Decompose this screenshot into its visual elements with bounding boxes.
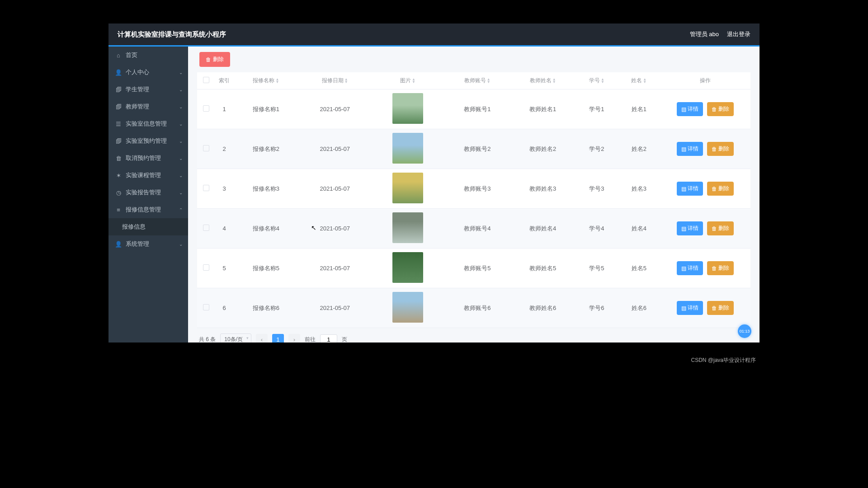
col-student-name[interactable]: 姓名▲▼ <box>618 72 660 89</box>
sidebar-item-8[interactable]: ◷ 实验报告管理 ⌄ <box>108 184 188 201</box>
cell-date: 2021-05-07 <box>299 169 371 209</box>
detail-button[interactable]: ▤详情 <box>677 102 703 116</box>
cell-date: 2021-05-07 <box>299 129 371 169</box>
cell-index: 6 <box>215 288 233 328</box>
row-checkbox[interactable] <box>203 145 209 151</box>
next-page-button[interactable]: › <box>288 334 300 343</box>
cell-student-name: 姓名4 <box>618 209 660 249</box>
doc-icon: ▤ <box>681 225 686 232</box>
sidebar-sub-item[interactable]: 报修信息 <box>108 218 188 235</box>
sidebar-item-5[interactable]: 🗐 实验室预约管理 ⌄ <box>108 132 188 150</box>
detail-button[interactable]: ▤详情 <box>677 261 703 275</box>
sidebar-item-label: 首页 <box>126 51 137 59</box>
menu-icon: ⌂ <box>115 52 122 59</box>
total-count: 共 6 条 <box>199 336 216 343</box>
detail-button[interactable]: ▤详情 <box>677 182 703 196</box>
doc-icon: ▤ <box>681 265 686 272</box>
sidebar-item-label: 取消预约管理 <box>126 154 161 162</box>
row-checkbox[interactable] <box>203 105 209 112</box>
bulk-delete-button[interactable]: 🗑 删除 <box>199 52 230 67</box>
cell-teacher-name: 教师姓名5 <box>510 249 576 288</box>
detail-button[interactable]: ▤详情 <box>677 301 703 315</box>
col-student-id[interactable]: 学号▲▼ <box>576 72 618 89</box>
sidebar-item-1[interactable]: 👤 个人中心 ⌄ <box>108 64 188 81</box>
detail-button[interactable]: ▤详情 <box>677 142 703 156</box>
cell-index: 5 <box>215 249 233 288</box>
sidebar-item-0[interactable]: ⌂ 首页 <box>108 47 188 64</box>
chevron-icon: ⌄ <box>179 139 183 144</box>
sidebar-item-7[interactable]: ✶ 实验课程管理 ⌄ <box>108 167 188 184</box>
thumbnail-image[interactable] <box>392 292 423 323</box>
menu-icon: 👤 <box>115 69 122 76</box>
page-size-select[interactable]: 10条/页 <box>220 333 251 343</box>
sidebar-item-2[interactable]: 🗐 学生管理 ⌄ <box>108 81 188 98</box>
sidebar-item-label: 实验课程管理 <box>126 171 161 179</box>
prev-page-button[interactable]: ‹ <box>256 334 268 343</box>
cell-student-name: 姓名2 <box>618 129 660 169</box>
thumbnail-image[interactable] <box>392 173 423 203</box>
pagination: 共 6 条 10条/页 ‹ 1 › 前往 页 <box>197 328 750 343</box>
timer-badge: 01:13 <box>738 324 751 338</box>
cell-teacher-name: 教师姓名6 <box>510 288 576 328</box>
col-date[interactable]: 报修日期▲▼ <box>299 72 371 89</box>
select-all-checkbox[interactable] <box>203 77 209 83</box>
sidebar-item-3[interactable]: 🗐 教师管理 ⌄ <box>108 98 188 115</box>
app-header: 计算机实验室排课与查询系统小程序 管理员 abo 退出登录 <box>108 23 760 45</box>
menu-icon: ☰ <box>115 121 122 127</box>
sidebar-item-label: 报修信息管理 <box>126 206 161 214</box>
row-delete-button[interactable]: 🗑删除 <box>707 301 734 315</box>
thumbnail-image[interactable] <box>392 252 423 283</box>
menu-icon: 🗐 <box>115 86 122 93</box>
detail-button[interactable]: ▤详情 <box>677 221 703 235</box>
menu-icon: ✶ <box>115 172 122 179</box>
cell-name: 报修名称2 <box>233 129 299 169</box>
sidebar-item-10[interactable]: 👤 系统管理 ⌄ <box>108 235 188 253</box>
col-image[interactable]: 图片▲▼ <box>371 72 445 89</box>
col-teacher-account[interactable]: 教师账号▲▼ <box>444 72 510 89</box>
sidebar-item-label: 教师管理 <box>126 103 149 111</box>
logout-link[interactable]: 退出登录 <box>727 30 750 38</box>
row-delete-button[interactable]: 🗑删除 <box>707 221 734 235</box>
row-delete-button[interactable]: 🗑删除 <box>707 182 734 196</box>
goto-page-input[interactable] <box>320 334 337 343</box>
sidebar-item-label: 个人中心 <box>126 68 149 76</box>
table-row: 5 报修名称5 2021-05-07 教师账号5 教师姓名5 学号5 姓名5 ▤… <box>197 249 750 288</box>
chevron-icon: ⌄ <box>179 104 183 109</box>
cell-date: 2021-05-07 <box>299 89 371 129</box>
sidebar-item-label: 实验报告管理 <box>126 188 161 197</box>
col-teacher-name[interactable]: 教师姓名▲▼ <box>510 72 576 89</box>
row-checkbox[interactable] <box>203 304 209 310</box>
cell-teacher-account: 教师账号1 <box>444 89 510 129</box>
row-delete-button[interactable]: 🗑删除 <box>707 142 734 156</box>
row-delete-button[interactable]: 🗑删除 <box>707 261 734 275</box>
row-checkbox[interactable] <box>203 225 209 231</box>
thumbnail-image[interactable] <box>392 133 423 164</box>
admin-label[interactable]: 管理员 abo <box>690 30 719 38</box>
sidebar-item-label: 实验室信息管理 <box>126 120 167 128</box>
sidebar-item-9[interactable]: ≡ 报修信息管理 ⌃ <box>108 201 188 218</box>
row-checkbox[interactable] <box>203 264 209 271</box>
menu-icon: ≡ <box>115 206 122 213</box>
sidebar-item-4[interactable]: ☰ 实验室信息管理 ⌄ <box>108 115 188 132</box>
cell-name: 报修名称6 <box>233 288 299 328</box>
menu-icon: 🗑 <box>115 155 122 162</box>
thumbnail-image[interactable] <box>392 93 423 124</box>
cell-student-id: 学号5 <box>576 249 618 288</box>
table-row: 3 报修名称3 2021-05-07 教师账号3 教师姓名3 学号3 姓名3 ▤… <box>197 169 750 209</box>
chevron-icon: ⌃ <box>179 207 183 212</box>
cell-name: 报修名称3 <box>233 169 299 209</box>
page-number-1[interactable]: 1 <box>272 334 284 343</box>
trash-icon: 🗑 <box>712 146 717 152</box>
cell-student-name: 姓名3 <box>618 169 660 209</box>
row-checkbox[interactable] <box>203 185 209 191</box>
thumbnail-image[interactable] <box>392 212 423 243</box>
sidebar-item-label: 学生管理 <box>126 85 149 94</box>
cell-index: 4 <box>215 209 233 249</box>
cell-date: 2021-05-07 <box>299 209 371 249</box>
row-delete-button[interactable]: 🗑删除 <box>707 102 734 116</box>
sidebar-item-6[interactable]: 🗑 取消预约管理 ⌄ <box>108 150 188 167</box>
cell-teacher-account: 教师账号2 <box>444 129 510 169</box>
doc-icon: ▤ <box>681 146 686 152</box>
cell-teacher-account: 教师账号4 <box>444 209 510 249</box>
col-name[interactable]: 报修名称▲▼ <box>233 72 299 89</box>
